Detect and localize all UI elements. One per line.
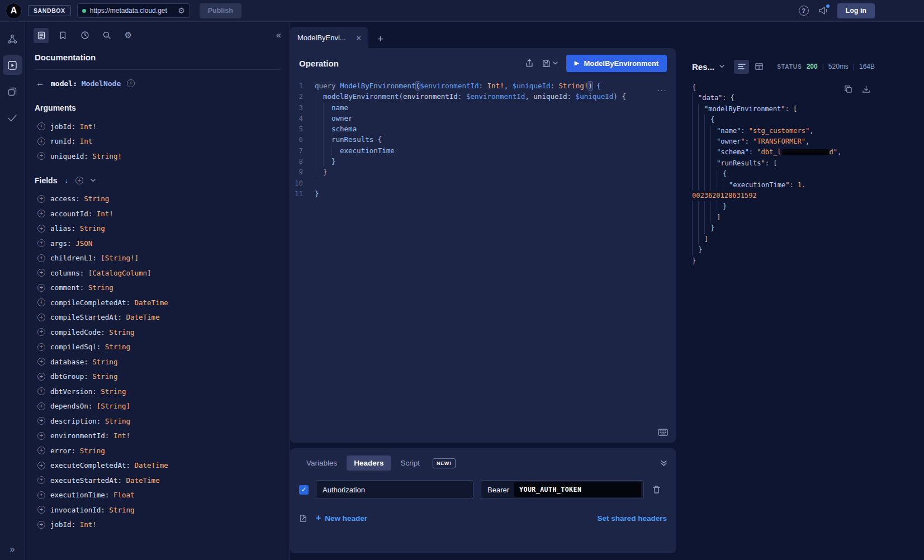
add-field-to-query-icon[interactable]: [37, 122, 45, 130]
header-enabled-checkbox[interactable]: ✓: [299, 485, 309, 495]
add-field-to-query-icon[interactable]: [37, 462, 45, 469]
field-name[interactable]: accountId:: [50, 210, 97, 218]
add-field-to-query-icon[interactable]: [37, 210, 45, 217]
add-all-fields-icon[interactable]: [75, 177, 83, 184]
add-field-to-query-icon[interactable]: [37, 269, 45, 277]
expand-rail-icon[interactable]: »: [10, 544, 15, 554]
field-row[interactable]: access: String: [35, 192, 280, 207]
field-row[interactable]: executionTime: Float: [35, 488, 280, 503]
add-field-to-query-icon[interactable]: [37, 298, 45, 306]
history-tab-icon[interactable]: [77, 28, 92, 43]
close-tab-icon[interactable]: ×: [356, 34, 361, 42]
keyboard-shortcuts-icon[interactable]: [658, 429, 668, 436]
add-field-to-query-icon[interactable]: [37, 328, 45, 336]
help-icon[interactable]: ?: [799, 6, 809, 16]
operation-tab-label[interactable]: ModelByEnvi...: [297, 34, 346, 42]
field-name[interactable]: database:: [50, 358, 92, 366]
field-name[interactable]: compiledCode:: [50, 328, 109, 336]
collapse-request-panel-icon[interactable]: [661, 460, 667, 466]
set-shared-headers-link[interactable]: Set shared headers: [597, 514, 667, 523]
field-row[interactable]: accountId: Int!: [35, 206, 280, 221]
field-row[interactable]: executeStartedAt: DateTime: [35, 473, 280, 488]
field-name[interactable]: executeCompletedAt:: [50, 461, 135, 469]
field-row[interactable]: compileCompletedAt: DateTime: [35, 295, 280, 310]
field-type[interactable]: String: [109, 506, 134, 514]
field-row[interactable]: runId: Int: [35, 134, 280, 149]
field-name[interactable]: childrenL1:: [50, 254, 101, 262]
add-field-to-query-icon[interactable]: [37, 476, 45, 484]
settings-tab-icon[interactable]: ⚙: [121, 28, 136, 43]
response-title[interactable]: Res...: [692, 62, 714, 72]
field-type[interactable]: String: [80, 224, 105, 232]
add-field-to-query-icon[interactable]: [37, 373, 45, 381]
field-row[interactable]: dbtGroup: String: [35, 369, 280, 385]
field-name[interactable]: uniqueId:: [50, 152, 92, 160]
operation-tab[interactable]: ModelByEnvi... ×: [290, 27, 368, 48]
delete-header-icon[interactable]: [652, 485, 661, 494]
field-name[interactable]: compileCompletedAt:: [50, 298, 135, 307]
field-row[interactable]: dbtVersion: String: [35, 384, 280, 399]
field-type[interactable]: JSON: [75, 239, 92, 248]
field-row[interactable]: jobId: Int!: [35, 119, 280, 134]
field-name[interactable]: alias:: [50, 224, 80, 232]
field-row[interactable]: alias: String: [35, 221, 280, 236]
add-field-to-query-icon[interactable]: [37, 432, 45, 440]
field-name[interactable]: jobId:: [50, 122, 80, 131]
add-field-to-query-icon[interactable]: [37, 314, 45, 321]
field-name[interactable]: invocationId:: [50, 506, 109, 514]
field-row[interactable]: compiledSql: String: [35, 340, 280, 355]
field-row[interactable]: description: String: [35, 414, 280, 429]
add-field-to-query-icon[interactable]: [37, 521, 45, 529]
field-name[interactable]: compiledSql:: [50, 343, 105, 351]
new-header-button[interactable]: + New header: [316, 514, 367, 523]
operations-nav-icon[interactable]: [3, 82, 22, 101]
field-name[interactable]: access:: [50, 194, 84, 203]
field-type[interactable]: [String]: [97, 402, 130, 410]
field-type[interactable]: String: [84, 194, 109, 203]
field-name[interactable]: dbtVersion:: [50, 387, 101, 396]
field-name[interactable]: environmentId:: [50, 431, 113, 440]
graphql-editor[interactable]: 1query ModelByEnvironment($environmentId…: [290, 80, 676, 199]
new-tab-icon[interactable]: +: [377, 34, 383, 44]
field-row[interactable]: columns: [CatalogColumn]: [35, 265, 280, 281]
field-type[interactable]: [CatalogColumn]: [88, 269, 151, 277]
endpoint-url[interactable]: https://metadata.cloud.get: [90, 7, 174, 15]
field-name[interactable]: executionTime:: [50, 491, 113, 499]
field-row[interactable]: args: JSON: [35, 236, 280, 251]
field-type[interactable]: DateTime: [135, 461, 168, 469]
add-field-to-query-icon[interactable]: [37, 195, 45, 203]
field-name[interactable]: dependsOn:: [50, 402, 97, 410]
field-name[interactable]: columns:: [50, 269, 88, 277]
auth-token-value[interactable]: YOUR_AUTH_TOKEN: [514, 482, 641, 497]
field-name[interactable]: executeStartedAt:: [50, 476, 126, 485]
field-type[interactable]: String: [92, 372, 117, 381]
field-type[interactable]: Int: [80, 137, 93, 145]
field-type[interactable]: Float: [113, 491, 135, 499]
field-row[interactable]: comment: String: [35, 281, 280, 296]
response-json[interactable]: {"data": {"modelByEnvironment": [{"name"…: [692, 82, 878, 267]
field-name[interactable]: description:: [50, 417, 105, 425]
sort-fields-icon[interactable]: ↓: [64, 177, 68, 184]
field-name[interactable]: args:: [50, 239, 75, 248]
field-type[interactable]: [String!]: [101, 254, 139, 262]
field-type[interactable]: DateTime: [126, 476, 159, 485]
search-tab-icon[interactable]: [99, 28, 114, 43]
header-value-field[interactable]: Bearer YOUR_AUTH_TOKEN: [481, 480, 644, 499]
field-row[interactable]: database: String: [35, 354, 280, 369]
add-field-to-query-icon[interactable]: [37, 343, 45, 351]
field-row[interactable]: executeCompletedAt: DateTime: [35, 458, 280, 473]
field-type[interactable]: String: [109, 328, 134, 336]
copy-response-icon[interactable]: [844, 85, 852, 93]
apollo-logo[interactable]: A: [6, 3, 22, 19]
field-row[interactable]: error: String: [35, 443, 280, 458]
field-type[interactable]: String: [105, 417, 130, 425]
checks-nav-icon[interactable]: [3, 108, 22, 127]
documentation-tab-icon[interactable]: [34, 28, 49, 43]
add-field-to-query-icon[interactable]: [37, 491, 45, 499]
field-row[interactable]: dependsOn: [String]: [35, 399, 280, 414]
field-name[interactable]: comment:: [50, 283, 88, 292]
add-field-to-query-icon[interactable]: [37, 447, 45, 454]
field-row[interactable]: compiledCode: String: [35, 325, 280, 340]
explorer-nav-icon[interactable]: [3, 55, 22, 75]
connection-settings-gear-icon[interactable]: ⚙: [178, 7, 185, 15]
